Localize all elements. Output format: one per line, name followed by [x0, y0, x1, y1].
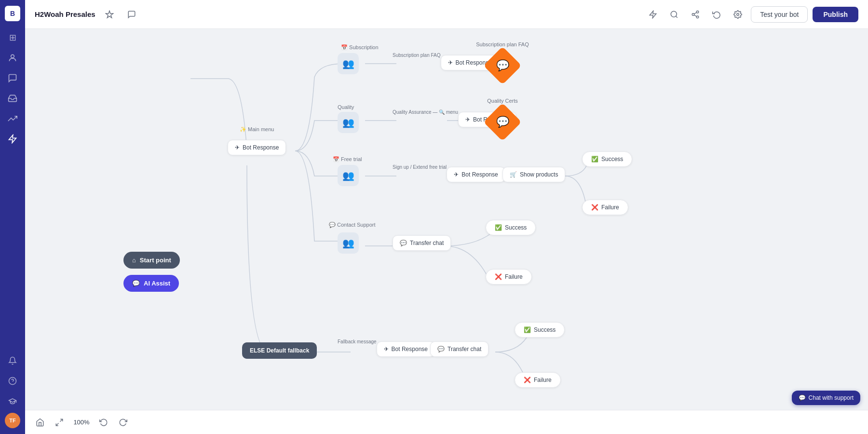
sidebar-item-automation[interactable] — [4, 130, 21, 148]
subscription-person-node[interactable]: 👥 — [338, 53, 359, 74]
contact-support-icon: 💬 — [329, 222, 336, 228]
sidebar-item-inbox[interactable] — [4, 90, 21, 107]
topbar: H2Woah Presales Test your bot Publish — [25, 0, 868, 29]
subscription-person-icon: 👥 — [338, 53, 359, 74]
contact-support-person-node[interactable]: 👥 — [338, 232, 359, 254]
subscription-icon: 📅 — [341, 44, 348, 50]
undo-button[interactable] — [96, 415, 111, 430]
fallback-transfer-chat[interactable]: 💬 Transfer chat — [430, 341, 488, 357]
chat-support-icon: 💬 — [799, 394, 806, 401]
search-button[interactable] — [666, 6, 682, 23]
chat-bubble-button[interactable] — [123, 6, 140, 23]
redo-button[interactable] — [116, 415, 130, 430]
fallback-message-label: Fallback message — [338, 339, 377, 344]
free-trial-bot-response-node[interactable]: Sign up / Extend free trial ✈ Bot Respon… — [393, 167, 505, 182]
fallback-success[interactable]: ✅ Success — [515, 322, 565, 338]
sign-up-label: Sign up / Extend free trial — [393, 164, 447, 170]
contact-success-node[interactable]: ✅ Success — [486, 220, 536, 235]
send-icon-5: ✈ — [384, 346, 389, 353]
sidebar-item-users[interactable] — [4, 49, 21, 67]
fallback-bot-response[interactable]: ✈ Bot Response — [377, 341, 435, 357]
svg-point-9 — [697, 16, 699, 18]
sidebar-bell-icon[interactable] — [4, 352, 21, 369]
faq-diamond-node[interactable]: Subscription plan FAQ 💬 — [489, 52, 516, 79]
history-button[interactable] — [708, 6, 725, 23]
contact-support-label: 💬 Contact Support — [329, 222, 376, 228]
success-icon-1: ✅ — [591, 156, 598, 163]
settings-button[interactable] — [730, 6, 746, 23]
free-trial-success-node[interactable]: ✅ Success — [582, 151, 632, 167]
transfer-icon-2: 💬 — [437, 346, 445, 353]
home-button[interactable] — [33, 415, 47, 430]
zoom-label: 100% — [71, 419, 92, 426]
ai-assist-node[interactable]: 💬 AI Assist — [123, 275, 179, 292]
svg-marker-4 — [650, 11, 657, 18]
main-menu-header: ✨ Main menu — [240, 126, 274, 133]
fallback-bot-response-node[interactable]: Fallback message ✈ Bot Response — [338, 341, 435, 357]
free-trial-person-node[interactable]: 👥 — [338, 165, 359, 186]
free-trial-success[interactable]: ✅ Success — [582, 151, 632, 167]
free-trial-bot-response[interactable]: ✈ Bot Response — [447, 167, 505, 182]
fallback-success-node[interactable]: ✅ Success — [515, 322, 565, 338]
free-trial-failure-node[interactable]: ❌ Failure — [582, 200, 628, 215]
svg-point-12 — [737, 13, 739, 15]
quality-person-node[interactable]: 👥 — [338, 112, 359, 133]
ai-icon: 💬 — [132, 280, 140, 287]
fit-button[interactable] — [52, 415, 67, 430]
flow-canvas[interactable]: ⌂ Start point 💬 AI Assist ✨ Main menu ✈ … — [25, 29, 868, 434]
chat-support-label: Chat with support — [809, 394, 854, 401]
contact-support-person-icon: 👥 — [338, 232, 359, 254]
sidebar-avatar[interactable]: TF — [5, 413, 20, 428]
contact-failure-node[interactable]: ❌ Failure — [486, 269, 532, 285]
contact-success[interactable]: ✅ Success — [486, 220, 536, 235]
ai-assist-label[interactable]: 💬 AI Assist — [123, 275, 179, 292]
publish-button[interactable]: Publish — [813, 7, 858, 22]
free-trial-failure[interactable]: ❌ Failure — [582, 200, 628, 215]
quality-assurance-label: Quality Assurance — 🔍 menu — [393, 109, 458, 115]
sidebar-help-icon[interactable] — [4, 372, 21, 390]
show-products-node[interactable]: 🛒 Show products — [502, 167, 565, 182]
main-menu-bot-response[interactable]: ✈ Bot Response — [228, 140, 286, 155]
show-products-label[interactable]: 🛒 Show products — [502, 167, 565, 182]
topbar-right: Test your bot Publish — [645, 6, 858, 23]
chat-support-button[interactable]: 💬 Chat with support — [792, 391, 860, 405]
success-icon-2: ✅ — [495, 224, 502, 231]
send-icon-3: ✈ — [465, 116, 470, 123]
free-trial-label: 📅 Free trial — [333, 156, 362, 163]
bottombar: 100% — [25, 410, 868, 434]
sidebar-item-dashboard[interactable]: ⊞ — [4, 29, 21, 46]
products-icon: 🛒 — [510, 171, 517, 178]
connections-svg — [25, 29, 868, 434]
subscription-bot-response-node[interactable]: Subscription plan FAQ ✈ Bot Response — [393, 55, 499, 70]
main-menu-node[interactable]: ✨ Main menu ✈ Bot Response — [228, 140, 286, 155]
fallback-failure[interactable]: ❌ Failure — [515, 372, 561, 388]
sidebar-training-icon[interactable] — [4, 393, 21, 410]
contact-failure[interactable]: ❌ Failure — [486, 269, 532, 285]
sidebar-item-analytics[interactable] — [4, 110, 21, 127]
sidebar-item-chat[interactable] — [4, 69, 21, 87]
test-bot-button[interactable]: Test your bot — [751, 6, 808, 23]
sparkle-button[interactable] — [101, 6, 118, 23]
sidebar-logo: B — [5, 6, 20, 21]
transfer-icon-1: 💬 — [400, 240, 407, 246]
fallback-transfer-chat-node[interactable]: 💬 Transfer chat — [430, 341, 488, 357]
default-fallback-node[interactable]: ELSE Default fallback — [242, 342, 317, 359]
contact-transfer-chat[interactable]: 💬 Transfer chat — [393, 235, 451, 251]
quality-certs-label: Quality Certs — [487, 98, 518, 104]
fallback-failure-node[interactable]: ❌ Failure — [515, 372, 561, 388]
contact-transfer-chat-node[interactable]: 💬 Transfer chat — [393, 235, 451, 251]
quality-certs-diamond-node[interactable]: Quality Certs 💬 — [489, 108, 516, 136]
start-point-node[interactable]: ⌂ Start point — [123, 252, 180, 269]
send-icon-4: ✈ — [454, 171, 459, 178]
svg-point-8 — [692, 13, 695, 15]
free-trial-person-icon: 👥 — [338, 165, 359, 186]
svg-line-13 — [60, 419, 63, 421]
failure-icon-1: ❌ — [591, 204, 598, 211]
svg-line-11 — [694, 12, 697, 14]
start-point-label[interactable]: ⌂ Start point — [123, 252, 180, 269]
share-button[interactable] — [687, 6, 704, 23]
default-fallback-label[interactable]: ELSE Default fallback — [242, 342, 317, 359]
quality-person-icon: 👥 — [338, 112, 359, 133]
free-trial-icon: 📅 — [333, 156, 339, 162]
bolt-button[interactable] — [645, 6, 661, 23]
